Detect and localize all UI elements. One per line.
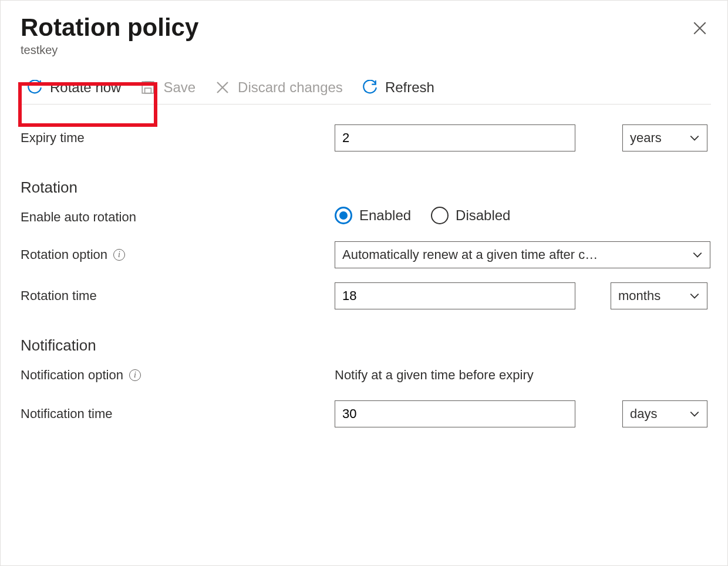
- svg-rect-2: [146, 82, 151, 85]
- notification-option-value: Notify at a given time before expiry: [335, 368, 534, 383]
- chevron-down-icon: [689, 409, 700, 419]
- rotation-option-dropdown[interactable]: Automatically renew at a given time afte…: [335, 241, 710, 268]
- rotation-time-input[interactable]: [335, 282, 575, 309]
- rotation-option-label: Rotation option: [21, 247, 107, 262]
- notification-time-unit-dropdown[interactable]: days: [622, 400, 707, 427]
- expiry-time-unit-dropdown[interactable]: years: [622, 124, 707, 151]
- save-label: Save: [163, 79, 196, 96]
- svg-rect-0: [143, 82, 154, 93]
- notification-time-input[interactable]: [335, 400, 575, 427]
- radio-disabled-indicator: [431, 207, 449, 224]
- disabled-radio[interactable]: Disabled: [431, 207, 510, 224]
- page-subheading: testkey: [21, 43, 198, 57]
- rotation-time-unit-dropdown[interactable]: months: [611, 282, 707, 309]
- refresh-icon: [362, 79, 378, 96]
- notification-option-label: Notification option: [21, 368, 123, 383]
- save-icon: [140, 79, 156, 96]
- refresh-button[interactable]: Refresh: [356, 77, 440, 98]
- rotation-time-label: Rotation time: [21, 288, 335, 304]
- rotation-section-heading: Rotation: [21, 178, 711, 197]
- expiry-time-input[interactable]: [335, 124, 575, 151]
- close-icon: [692, 21, 707, 36]
- info-icon[interactable]: i: [129, 369, 141, 381]
- disabled-radio-label: Disabled: [456, 207, 510, 224]
- expiry-time-unit-value: years: [630, 130, 662, 146]
- save-button: Save: [134, 77, 201, 98]
- enabled-radio-label: Enabled: [359, 207, 411, 224]
- enabled-radio[interactable]: Enabled: [335, 207, 411, 224]
- rotate-now-label: Rotate now: [50, 79, 121, 96]
- rotation-option-value: Automatically renew at a given time afte…: [342, 247, 598, 262]
- chevron-down-icon: [689, 133, 700, 143]
- discard-label: Discard changes: [238, 79, 343, 96]
- discard-button: Discard changes: [208, 77, 349, 98]
- discard-icon: [214, 79, 231, 96]
- rotate-now-icon: [26, 79, 43, 96]
- info-icon[interactable]: i: [113, 249, 125, 261]
- notification-time-unit-value: days: [630, 406, 657, 422]
- svg-rect-1: [145, 88, 151, 93]
- chevron-down-icon: [692, 250, 703, 260]
- notification-section-heading: Notification: [21, 336, 711, 355]
- expiry-time-label: Expiry time: [21, 130, 335, 146]
- notification-time-label: Notification time: [21, 406, 335, 422]
- refresh-label: Refresh: [385, 79, 434, 96]
- rotate-now-button[interactable]: Rotate now: [21, 77, 127, 98]
- command-bar: Rotate now Save Discard changes Refresh: [21, 77, 711, 105]
- page-title: Rotation policy: [21, 12, 198, 43]
- enable-auto-rotation-label: Enable auto rotation: [21, 210, 335, 225]
- rotation-time-unit-value: months: [618, 288, 660, 304]
- radio-enabled-indicator: [335, 207, 352, 224]
- chevron-down-icon: [689, 291, 700, 301]
- close-button[interactable]: [692, 12, 711, 39]
